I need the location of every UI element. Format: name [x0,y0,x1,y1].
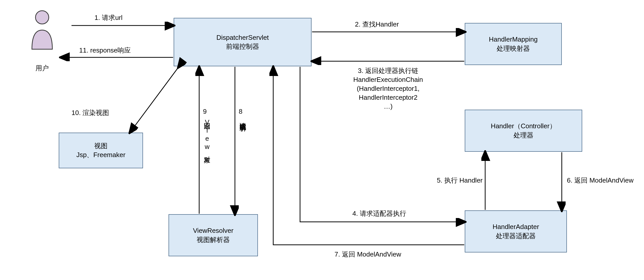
edge-10-label: 10. 渲染视图 [71,108,109,117]
edge-2-label: 2. 查找Handler [355,20,399,29]
edge-4-label: 4. 请求适配器执行 [352,209,406,218]
edge-7-label: 7. 返回 ModelAndView [335,250,401,259]
edge-3-label: 3. 返回处理器执行链 HandlerExecutionChain (Handl… [335,66,442,111]
edge-5-label: 5. 执行 Handler [434,176,483,185]
svg-line-9 [130,67,179,132]
edge-8-text: 请求视图解析 [239,117,247,120]
edge-1-label: 1. 请求url [94,13,123,22]
edge-9-text: 返回View对象 [203,117,211,152]
edge-6-label: 6. 返回 ModelAndView [567,176,634,185]
edge-8-num: 8 [239,107,242,116]
edge-11-label: 11. response响应 [79,46,131,55]
edge-9-num: 9 [203,107,207,116]
